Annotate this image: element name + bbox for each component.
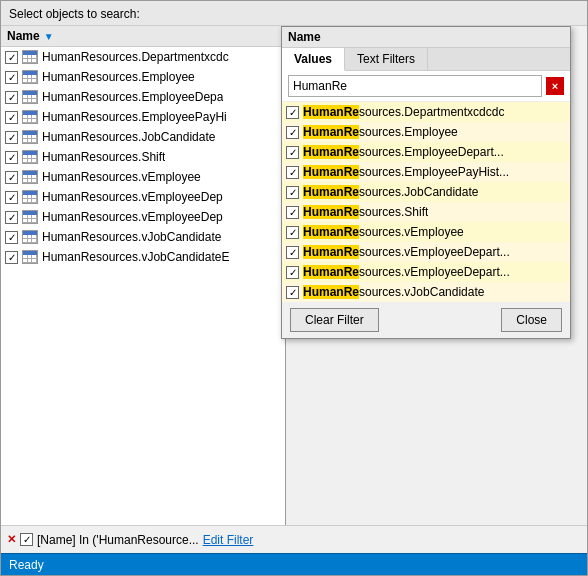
object-name-text: HumanResources.EmployeeDepa: [42, 90, 223, 104]
filter-list-item[interactable]: HumanResources.Employee: [282, 122, 570, 142]
status-controls: ✕ [Name] In ('HumanResource... Edit Filt…: [7, 533, 581, 547]
clear-filter-button[interactable]: Clear Filter: [290, 308, 379, 332]
filter-popup: Name Values Text Filters × HumanResource…: [281, 26, 571, 339]
filter-display-text: [Name] In ('HumanResource...: [37, 533, 199, 547]
item-checkbox[interactable]: [5, 251, 18, 264]
list-item[interactable]: HumanResources.vEmployee: [1, 167, 285, 187]
filter-item-checkbox[interactable]: [286, 146, 299, 159]
object-name-text: HumanResources.JobCandidate: [42, 130, 215, 144]
filter-list-item[interactable]: HumanResources.Departmentxcdcdc: [282, 102, 570, 122]
content-area: Name ▼ HumanResources.DepartmentxcdcHuma…: [1, 26, 587, 525]
filter-list-item[interactable]: HumanResources.EmployeePayHist...: [282, 162, 570, 182]
table-icon: [22, 150, 38, 164]
search-input[interactable]: [288, 75, 542, 97]
filter-item-checkbox[interactable]: [286, 246, 299, 259]
item-checkbox[interactable]: [5, 211, 18, 224]
filter-item-text: HumanResources.Employee: [303, 125, 458, 139]
status-area: ✕ [Name] In ('HumanResource... Edit Filt…: [1, 525, 587, 553]
item-checkbox[interactable]: [5, 71, 18, 84]
item-checkbox[interactable]: [5, 131, 18, 144]
item-checkbox[interactable]: [5, 151, 18, 164]
list-item[interactable]: HumanResources.JobCandidate: [1, 127, 285, 147]
object-name-text: HumanResources.EmployeePayHi: [42, 110, 227, 124]
object-name-text: HumanResources.Departmentxcdc: [42, 50, 229, 64]
item-checkbox[interactable]: [5, 51, 18, 64]
filter-item-text: HumanResources.EmployeePayHist...: [303, 165, 509, 179]
list-item[interactable]: HumanResources.Shift: [1, 147, 285, 167]
filter-list[interactable]: HumanResources.DepartmentxcdcdcHumanReso…: [282, 102, 570, 302]
filter-item-text: HumanResources.EmployeeDepart...: [303, 145, 504, 159]
tab-values[interactable]: Values: [282, 48, 345, 71]
page-header: Select objects to search:: [1, 1, 587, 26]
filter-item-text: HumanResources.JobCandidate: [303, 185, 478, 199]
filter-list-item[interactable]: HumanResources.Shift: [282, 202, 570, 222]
list-item[interactable]: HumanResources.EmployeeDepa: [1, 87, 285, 107]
filter-item-text: HumanResources.Shift: [303, 205, 428, 219]
item-checkbox[interactable]: [5, 191, 18, 204]
list-item[interactable]: HumanResources.vJobCandidateE: [1, 247, 285, 267]
item-checkbox[interactable]: [5, 111, 18, 124]
filter-item-text: HumanResources.vEmployeeDepart...: [303, 265, 510, 279]
objects-panel: Name ▼ HumanResources.DepartmentxcdcHuma…: [1, 26, 286, 525]
filter-list-item[interactable]: HumanResources.EmployeeDepart...: [282, 142, 570, 162]
filter-list-item[interactable]: HumanResources.vEmployeeDepart...: [282, 262, 570, 282]
header-label: Select objects to search:: [9, 7, 140, 21]
objects-list[interactable]: HumanResources.DepartmentxcdcHumanResour…: [1, 47, 285, 525]
name-column-label: Name: [7, 29, 40, 43]
table-icon: [22, 130, 38, 144]
table-icon: [22, 90, 38, 104]
filter-icon: ▼: [44, 31, 54, 42]
remove-filter-button[interactable]: ✕: [7, 533, 16, 546]
filter-item-checkbox[interactable]: [286, 166, 299, 179]
object-name-text: HumanResources.Shift: [42, 150, 165, 164]
filter-list-item[interactable]: HumanResources.vEmployeeDepart...: [282, 242, 570, 262]
filter-item-checkbox[interactable]: [286, 266, 299, 279]
item-checkbox[interactable]: [5, 231, 18, 244]
filter-checkbox[interactable]: [20, 533, 33, 546]
table-icon: [22, 210, 38, 224]
table-icon: [22, 250, 38, 264]
tab-text-filters[interactable]: Text Filters: [345, 48, 428, 70]
object-name-text: HumanResources.vEmployeeDep: [42, 210, 223, 224]
list-item[interactable]: HumanResources.vEmployeeDep: [1, 187, 285, 207]
table-icon: [22, 70, 38, 84]
filter-item-checkbox[interactable]: [286, 126, 299, 139]
list-item[interactable]: HumanResources.EmployeePayHi: [1, 107, 285, 127]
main-panel: Select objects to search: Name ▼ HumanRe…: [0, 0, 588, 576]
filter-item-checkbox[interactable]: [286, 226, 299, 239]
filter-list-item[interactable]: HumanResources.vEmployee: [282, 222, 570, 242]
popup-header: Name: [282, 27, 570, 48]
object-name-text: HumanResources.vEmployeeDep: [42, 190, 223, 204]
filter-item-checkbox[interactable]: [286, 106, 299, 119]
list-item[interactable]: HumanResources.Employee: [1, 67, 285, 87]
ready-status: Ready: [9, 558, 44, 572]
filter-item-text: HumanResources.vJobCandidate: [303, 285, 484, 299]
filter-item-checkbox[interactable]: [286, 206, 299, 219]
filter-item-checkbox[interactable]: [286, 186, 299, 199]
filter-item-checkbox[interactable]: [286, 286, 299, 299]
object-name-text: HumanResources.Employee: [42, 70, 195, 84]
close-button[interactable]: Close: [501, 308, 562, 332]
list-item[interactable]: HumanResources.vEmployeeDep: [1, 207, 285, 227]
table-icon: [22, 190, 38, 204]
object-name-text: HumanResources.vEmployee: [42, 170, 201, 184]
filter-list-item[interactable]: HumanResources.vJobCandidate: [282, 282, 570, 302]
object-name-text: HumanResources.vJobCandidate: [42, 230, 221, 244]
list-item[interactable]: HumanResources.Departmentxcdc: [1, 47, 285, 67]
clear-search-button[interactable]: ×: [546, 77, 564, 95]
popup-tabs: Values Text Filters: [282, 48, 570, 71]
edit-filter-link[interactable]: Edit Filter: [203, 533, 254, 547]
table-icon: [22, 110, 38, 124]
item-checkbox[interactable]: [5, 91, 18, 104]
popup-buttons: Clear Filter Close: [282, 302, 570, 338]
bottom-status-bar: Ready: [1, 553, 587, 575]
objects-header: Name ▼: [1, 26, 285, 47]
table-icon: [22, 170, 38, 184]
filter-list-container: HumanResources.DepartmentxcdcdcHumanReso…: [282, 102, 570, 302]
table-icon: [22, 230, 38, 244]
search-row: ×: [282, 71, 570, 102]
filter-list-item[interactable]: HumanResources.JobCandidate: [282, 182, 570, 202]
list-item[interactable]: HumanResources.vJobCandidate: [1, 227, 285, 247]
filter-item-text: HumanResources.vEmployeeDepart...: [303, 245, 510, 259]
item-checkbox[interactable]: [5, 171, 18, 184]
